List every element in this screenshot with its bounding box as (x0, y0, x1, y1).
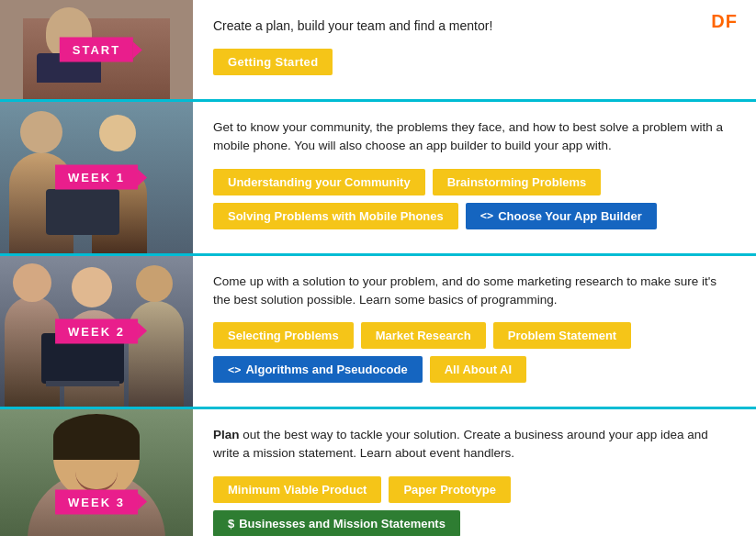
code-icon-2: <> (228, 363, 241, 376)
week3-content: Plan out the best way to tackle your sol… (193, 409, 756, 536)
paper-prototype-btn[interactable]: Paper Prototype (389, 476, 510, 503)
start-section: START DF Create a plan, build your team … (0, 0, 756, 102)
week3-description: Plan out the best way to tackle your sol… (213, 426, 728, 463)
start-buttons-row-0: Getting Started (213, 49, 738, 75)
page-container: START DF Create a plan, build your team … (0, 0, 756, 536)
start-image: START (0, 0, 193, 99)
solving-problems-btn[interactable]: Solving Problems with Mobile Phones (213, 203, 458, 229)
start-badge-container: START (60, 38, 133, 62)
week3-badge-container: WEEK 3 (55, 489, 138, 514)
week1-badge-container: WEEK 1 (55, 165, 138, 190)
week3-section: WEEK 3 Plan out the best way to tackle y… (0, 409, 756, 536)
week3-image: WEEK 3 (0, 409, 193, 536)
week2-content: Come up with a solution to your problem,… (193, 256, 756, 408)
getting-started-btn[interactable]: Getting Started (213, 49, 333, 75)
week1-content: Get to know your community, the problems… (193, 102, 756, 253)
week2-badge-container: WEEK 2 (55, 318, 138, 343)
week2-section: WEEK 2 Come up with a solution to your p… (0, 256, 756, 410)
choose-app-builder-btn[interactable]: <> Choose Your App Builder (466, 203, 657, 229)
week1-buttons-row-0: Understanding your Community Brainstormi… (213, 169, 738, 195)
mvp-btn[interactable]: Minimum Viable Product (213, 476, 381, 503)
df-label: DF (711, 11, 738, 32)
selecting-problems-btn[interactable]: Selecting Problems (213, 322, 354, 349)
week1-buttons-row-1: Solving Problems with Mobile Phones <> C… (213, 203, 738, 229)
all-about-ai-btn[interactable]: All About AI (430, 356, 526, 383)
week2-image: WEEK 2 (0, 256, 193, 408)
week1-description: Get to know your community, the problems… (213, 118, 728, 156)
brainstorming-problems-btn[interactable]: Brainstorming Problems (433, 169, 602, 195)
week3-buttons-row-0: Minimum Viable Product Paper Prototype $… (213, 476, 738, 537)
algorithms-btn[interactable]: <> Algorithms and Pseudocode (213, 356, 423, 383)
week1-section: WEEK 1 Get to know your community, the p… (0, 102, 756, 256)
week2-buttons-row-1: <> Algorithms and Pseudocode All About A… (213, 356, 738, 383)
week2-badge: WEEK 2 (55, 318, 138, 343)
businesses-btn[interactable]: $ Businesses and Mission Statements (213, 510, 460, 537)
problem-statement-btn[interactable]: Problem Statement (493, 322, 631, 349)
start-content: DF Create a plan, build your team and fi… (193, 0, 756, 99)
start-badge: START (60, 38, 133, 62)
week2-description: Come up with a solution to your problem,… (213, 273, 728, 310)
week1-badge: WEEK 1 (55, 165, 138, 190)
week2-buttons-row-0: Selecting Problems Market Research Probl… (213, 322, 738, 349)
market-research-btn[interactable]: Market Research (361, 322, 486, 349)
start-description: Create a plan, build your team and find … (213, 17, 728, 36)
week3-badge: WEEK 3 (55, 489, 138, 514)
week1-image: WEEK 1 (0, 102, 193, 253)
code-icon: <> (480, 209, 493, 222)
understanding-community-btn[interactable]: Understanding your Community (213, 169, 425, 195)
dollar-icon: $ (228, 517, 234, 530)
